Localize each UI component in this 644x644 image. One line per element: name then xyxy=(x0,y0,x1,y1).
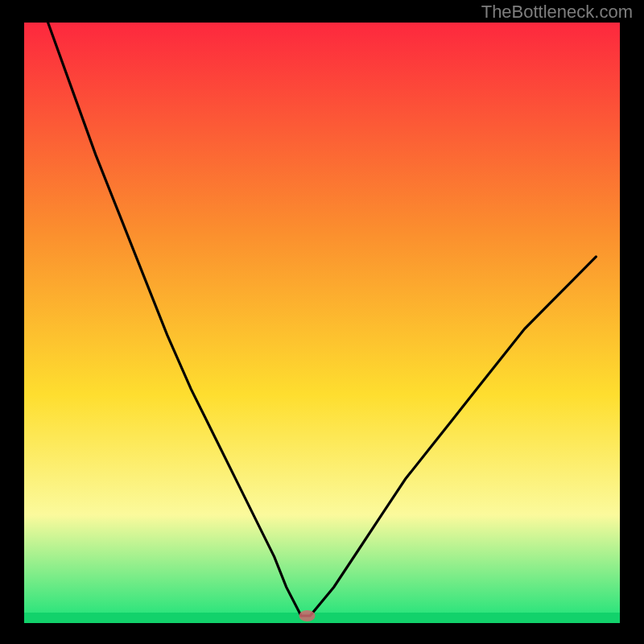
plot-area xyxy=(24,23,620,623)
chart-svg xyxy=(0,0,644,644)
chart-container: TheBottleneck.com xyxy=(0,0,644,644)
optimal-point-marker xyxy=(299,610,316,621)
watermark-text: TheBottleneck.com xyxy=(481,2,633,23)
baseline-green-strip xyxy=(24,613,620,623)
